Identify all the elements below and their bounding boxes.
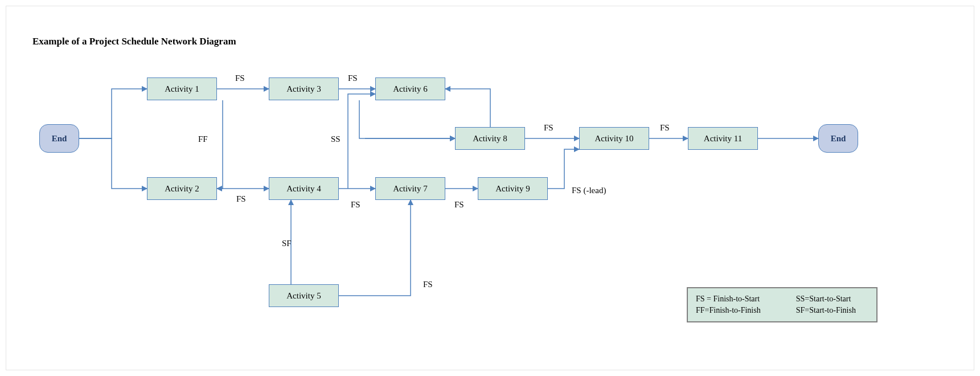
edge-label-fs-2: FS [348, 73, 358, 83]
edge-label-sf: SF [282, 239, 292, 248]
node-activity-9: Activity 9 [478, 177, 548, 200]
edge-label-ff: FF [198, 134, 208, 144]
node-end: End [818, 124, 858, 153]
legend-fs: FS = Finish-to-Start [696, 295, 773, 304]
edge-label-fs-lead: FS (-lead) [572, 186, 606, 195]
node-activity-6: Activity 6 [375, 77, 445, 100]
node-activity-11: Activity 11 [688, 127, 758, 150]
legend-box: FS = Finish-to-Start SS=Start-to-Start F… [687, 287, 878, 322]
node-activity-7: Activity 7 [375, 177, 445, 200]
node-activity-3: Activity 3 [269, 77, 339, 100]
edge-label-fs-8: FS [660, 123, 670, 133]
diagram-frame: Example of a Project Schedule Network Di… [6, 6, 974, 370]
diagram-title: Example of a Project Schedule Network Di… [32, 36, 236, 47]
edge-label-fs-4: FS [351, 200, 360, 210]
legend-sf: SF=Start-to-Finish [796, 306, 868, 315]
node-activity-10: Activity 10 [579, 127, 649, 150]
node-activity-1: Activity 1 [147, 77, 217, 100]
node-activity-5: Activity 5 [269, 284, 339, 307]
edge-label-fs-6: FS [454, 200, 464, 210]
node-start: End [39, 124, 79, 153]
node-activity-2: Activity 2 [147, 177, 217, 200]
node-activity-4: Activity 4 [269, 177, 339, 200]
legend-ss: SS=Start-to-Start [796, 295, 868, 304]
node-activity-8: Activity 8 [455, 127, 525, 150]
edge-label-fs-7: FS [544, 123, 553, 133]
legend-ff: FF=Finish-to-Finish [696, 306, 773, 315]
edge-label-ss: SS [331, 134, 341, 144]
edge-label-fs-5: FS [423, 280, 433, 289]
edge-label-fs-1: FS [235, 73, 245, 83]
edge-label-fs-3: FS [236, 194, 246, 204]
